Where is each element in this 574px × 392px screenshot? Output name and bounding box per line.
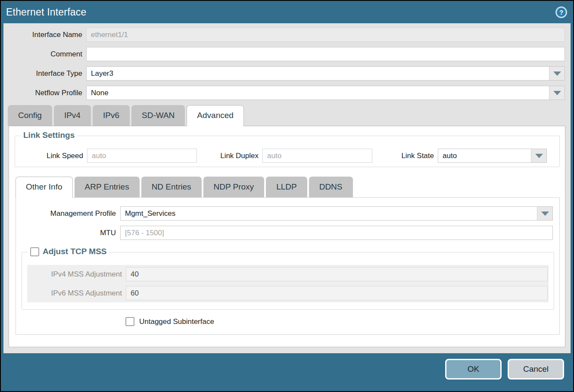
interface-name-row: Interface Name bbox=[3, 28, 571, 42]
link-speed-field[interactable] bbox=[87, 149, 197, 163]
interface-type-dropdown[interactable]: Layer3 bbox=[86, 66, 565, 81]
interface-type-value: Layer3 bbox=[87, 67, 549, 80]
link-state-label: Link State bbox=[372, 152, 438, 160]
mtu-row: MTU bbox=[16, 226, 559, 240]
ipv6-mss-label: IPv6 MSS Adjustment bbox=[27, 289, 126, 298]
ethernet-interface-dialog: Ethernet Interface ? Interface Name Comm… bbox=[0, 0, 574, 392]
cancel-button[interactable]: Cancel bbox=[508, 359, 564, 380]
chevron-down-icon bbox=[553, 72, 561, 76]
tab-advanced[interactable]: Advanced bbox=[187, 105, 244, 126]
other-info-panel: Management Profile Mgmt_Services MTU bbox=[16, 197, 560, 335]
tab-sd-wan[interactable]: SD-WAN bbox=[131, 105, 185, 126]
help-icon[interactable]: ? bbox=[555, 6, 567, 18]
dialog-chrome: Ethernet Interface ? Interface Name Comm… bbox=[1, 1, 573, 391]
comment-row: Comment bbox=[3, 47, 571, 61]
main-tab-strip: Config IPv4 IPv6 SD-WAN Advanced bbox=[3, 105, 571, 126]
adjust-tcp-mss-fieldset: Adjust TCP MSS IPv4 MSS Adjustment IPv6 … bbox=[22, 252, 554, 310]
tab-ipv6[interactable]: IPv6 bbox=[93, 105, 130, 126]
tab-lldp[interactable]: LLDP bbox=[266, 177, 307, 197]
management-profile-dropdown-button[interactable] bbox=[537, 207, 552, 220]
title-bar: Ethernet Interface ? bbox=[1, 1, 573, 23]
link-duplex-field[interactable] bbox=[262, 149, 372, 163]
advanced-sub-tab-strip: Other Info ARP Entries ND Entries NDP Pr… bbox=[9, 177, 565, 197]
adjust-tcp-mss-checkbox[interactable] bbox=[30, 247, 39, 256]
tab-arp-entries[interactable]: ARP Entries bbox=[75, 177, 140, 197]
netflow-profile-row: Netflow Profile None bbox=[3, 86, 571, 100]
netflow-profile-value: None bbox=[87, 86, 549, 100]
ipv4-mss-label: IPv4 MSS Adjustment bbox=[27, 270, 126, 279]
interface-type-label: Interface Type bbox=[3, 69, 86, 78]
interface-name-field bbox=[86, 28, 565, 42]
ipv6-mss-row: IPv6 MSS Adjustment bbox=[27, 286, 548, 300]
tab-ndp-proxy[interactable]: NDP Proxy bbox=[203, 177, 265, 197]
link-settings-fieldset: Link Settings Link Speed Link Duplex Lin… bbox=[15, 136, 560, 167]
link-settings-row: Link Speed Link Duplex Link State auto bbox=[15, 149, 559, 163]
management-profile-dropdown[interactable]: Mgmt_Services bbox=[120, 206, 553, 221]
untagged-subinterface-row: Untagged Subinterface bbox=[125, 317, 559, 326]
interface-type-row: Interface Type Layer3 bbox=[3, 66, 571, 81]
untagged-subinterface-checkbox[interactable] bbox=[125, 317, 134, 326]
tab-other-info[interactable]: Other Info bbox=[16, 177, 73, 198]
tab-config[interactable]: Config bbox=[8, 105, 52, 126]
link-speed-label: Link Speed bbox=[15, 152, 87, 160]
ipv4-mss-field bbox=[126, 267, 548, 281]
untagged-subinterface-label: Untagged Subinterface bbox=[139, 317, 214, 326]
netflow-profile-dropdown-button[interactable] bbox=[549, 86, 565, 100]
adjust-tcp-mss-legend-text: Adjust TCP MSS bbox=[43, 247, 107, 256]
adjust-tcp-mss-legend: Adjust TCP MSS bbox=[28, 247, 109, 256]
management-profile-row: Management Profile Mgmt_Services bbox=[16, 206, 559, 221]
dialog-footer: OK Cancel bbox=[1, 353, 573, 391]
interface-name-label: Interface Name bbox=[3, 31, 86, 39]
mtu-label: MTU bbox=[16, 229, 120, 237]
link-state-dropdown[interactable]: auto bbox=[438, 149, 547, 163]
adjust-tcp-mss-body: IPv4 MSS Adjustment IPv6 MSS Adjustment bbox=[27, 265, 549, 302]
netflow-profile-dropdown[interactable]: None bbox=[86, 86, 565, 100]
ok-button[interactable]: OK bbox=[445, 359, 502, 380]
chevron-down-icon bbox=[541, 212, 549, 216]
link-duplex-label: Link Duplex bbox=[197, 152, 262, 160]
chevron-down-icon bbox=[535, 154, 543, 158]
management-profile-value: Mgmt_Services bbox=[121, 207, 537, 220]
comment-label: Comment bbox=[3, 50, 86, 59]
tab-nd-entries[interactable]: ND Entries bbox=[141, 177, 202, 197]
mtu-field[interactable] bbox=[120, 226, 553, 240]
link-settings-legend: Link Settings bbox=[21, 131, 77, 140]
tab-ddns[interactable]: DDNS bbox=[309, 177, 353, 197]
interface-type-dropdown-button[interactable] bbox=[549, 67, 565, 80]
netflow-profile-label: Netflow Profile bbox=[3, 89, 86, 97]
dialog-title: Ethernet Interface bbox=[6, 6, 86, 18]
link-state-value: auto bbox=[438, 149, 531, 162]
advanced-tab-panel: Link Settings Link Speed Link Duplex Lin… bbox=[9, 126, 565, 347]
tab-ipv4[interactable]: IPv4 bbox=[54, 105, 91, 126]
dialog-content: Interface Name Comment Interface Type La… bbox=[3, 23, 571, 353]
link-state-dropdown-button[interactable] bbox=[531, 149, 546, 162]
ipv6-mss-field bbox=[126, 286, 548, 300]
ipv4-mss-row: IPv4 MSS Adjustment bbox=[27, 267, 548, 281]
management-profile-label: Management Profile bbox=[16, 209, 120, 218]
chevron-down-icon bbox=[553, 91, 561, 95]
comment-field[interactable] bbox=[86, 47, 565, 61]
